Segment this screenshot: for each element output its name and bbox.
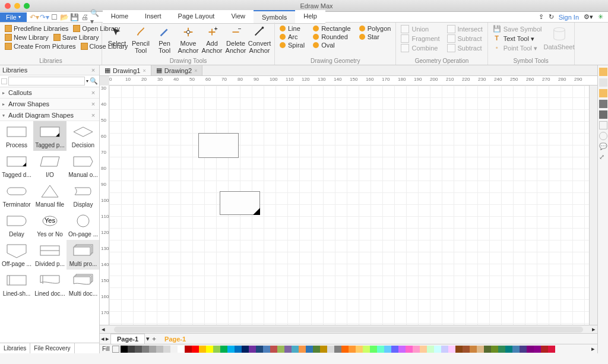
geometry-spiral[interactable]: Spiral: [278, 42, 306, 49]
add-page-icon[interactable]: ＋: [151, 334, 157, 343]
file-menu[interactable]: File: [0, 12, 27, 22]
color-swatch[interactable]: [263, 346, 270, 353]
color-swatch[interactable]: [377, 346, 384, 353]
pen-tool-button[interactable]: PenTool: [153, 24, 176, 54]
color-swatch[interactable]: [156, 346, 163, 353]
tab-nav-right-icon[interactable]: ▸: [106, 335, 109, 343]
convert-anchor-button[interactable]: ConvertAnchor: [248, 24, 271, 54]
no-fill-icon[interactable]: [112, 346, 119, 353]
help-icon[interactable]: ✳: [598, 13, 603, 21]
library-action[interactable]: New Library: [4, 33, 50, 42]
select-button[interactable]: Select: [106, 24, 128, 54]
close-icon[interactable]: ×: [90, 112, 97, 119]
shape-i/o[interactable]: I/O: [33, 151, 66, 181]
color-swatch[interactable]: [434, 346, 441, 353]
color-swatch[interactable]: [349, 346, 356, 353]
color-swatch[interactable]: [235, 346, 242, 353]
shape-manual-o---[interactable]: Manual o...: [66, 151, 99, 181]
pencil-tool-button[interactable]: PencilTool: [129, 24, 152, 54]
color-swatch[interactable]: [142, 346, 149, 353]
panel-icon[interactable]: [599, 89, 607, 97]
color-swatch[interactable]: [370, 346, 377, 353]
color-swatch[interactable]: [470, 346, 477, 353]
color-swatch[interactable]: [292, 346, 299, 353]
shape-display[interactable]: Display: [66, 181, 99, 210]
scroll-left-icon[interactable]: ◂: [100, 325, 107, 333]
color-swatch[interactable]: [149, 346, 156, 353]
operation-subtract[interactable]: Subtract: [446, 44, 484, 52]
operation-union[interactable]: Union: [400, 25, 441, 33]
page-tab[interactable]: Page-1: [159, 334, 192, 344]
more-colors-icon[interactable]: ▸: [589, 345, 597, 353]
shape-lined-doc---[interactable]: Lined doc...: [33, 270, 66, 299]
footer-file-recovery[interactable]: File Recovery: [30, 343, 74, 353]
category-arrow-shapes[interactable]: ▸Arrow Shapes×: [0, 99, 99, 110]
color-swatch[interactable]: [249, 346, 256, 353]
canvas-shape-process[interactable]: [198, 133, 239, 158]
color-swatch[interactable]: [548, 346, 555, 353]
shape-yes-or-no[interactable]: YesYes or No: [33, 210, 66, 240]
color-swatch[interactable]: [270, 346, 277, 353]
color-swatch[interactable]: [341, 346, 349, 353]
document-tab[interactable]: ▦Drawing2×: [151, 65, 203, 75]
search-input[interactable]: [8, 77, 85, 86]
color-swatch[interactable]: [242, 346, 249, 353]
color-swatch[interactable]: [334, 346, 341, 353]
redo-icon[interactable]: ↷▾: [40, 13, 49, 21]
geometry-polygon[interactable]: Polygon: [358, 25, 392, 32]
shape-tagged-p---[interactable]: Tagged p...: [33, 121, 66, 151]
color-swatch[interactable]: [213, 346, 220, 353]
operation-intersect[interactable]: Intersect: [446, 25, 484, 33]
geometry-oval[interactable]: Oval: [312, 42, 352, 49]
dropdown-icon[interactable]: ▾: [86, 78, 88, 84]
color-swatch[interactable]: [356, 346, 363, 353]
signin-link[interactable]: Sign In: [559, 14, 579, 21]
color-swatch[interactable]: [455, 346, 463, 353]
panel-icon[interactable]: [599, 132, 607, 140]
color-swatch[interactable]: [170, 346, 178, 353]
shape-on-page----[interactable]: On-page ...: [66, 210, 99, 240]
datasheet-button[interactable]: DataSheet: [548, 24, 571, 50]
geometry-arc[interactable]: Arc: [278, 33, 306, 40]
color-swatch[interactable]: [206, 346, 213, 353]
shape-tagged-d---[interactable]: Tagged d...: [0, 151, 33, 181]
color-swatch[interactable]: [541, 346, 548, 353]
expand-icon[interactable]: ⤢: [599, 153, 607, 162]
share-icon[interactable]: ⇪: [539, 13, 544, 21]
close-icon[interactable]: ×: [90, 67, 97, 74]
color-swatch[interactable]: [520, 346, 527, 353]
color-swatch[interactable]: [527, 346, 534, 353]
geometry-line[interactable]: Line: [278, 25, 306, 32]
color-swatch[interactable]: [192, 346, 199, 353]
tab-insert[interactable]: Insert: [137, 10, 170, 23]
color-swatch[interactable]: [128, 346, 135, 353]
color-swatch[interactable]: [420, 346, 427, 353]
operation-combine[interactable]: Combine: [400, 44, 441, 52]
canvas-shape-tagged[interactable]: [220, 191, 260, 215]
color-swatch[interactable]: [441, 346, 448, 353]
maximize-window-icon[interactable]: [24, 3, 30, 9]
shape-process[interactable]: Process: [0, 121, 33, 151]
color-swatch[interactable]: [227, 346, 235, 353]
color-swatch[interactable]: [413, 346, 420, 353]
panel-icon[interactable]: [599, 100, 607, 108]
shape-multi-pro---[interactable]: Multi pro...: [66, 240, 99, 270]
shape-decision[interactable]: Decision: [66, 121, 99, 151]
chat-icon[interactable]: 💬: [599, 143, 607, 151]
color-swatch[interactable]: [448, 346, 455, 353]
operation-subtract[interactable]: Subtract: [446, 34, 484, 43]
move-anchor-button[interactable]: MoveAnchor: [177, 24, 200, 54]
horizontal-scrollbar[interactable]: ◂ ▸: [100, 325, 597, 333]
search-icon[interactable]: 🔍: [90, 77, 98, 85]
shape-multi-doc---[interactable]: Multi doc...: [66, 270, 99, 299]
footer-libraries[interactable]: Libraries: [0, 343, 30, 353]
save-icon[interactable]: 💾: [71, 13, 79, 21]
add-anchor-button[interactable]: +AddAnchor: [201, 24, 223, 54]
document-tab[interactable]: ▦Drawing1×: [100, 65, 151, 75]
tab-nav-left-icon[interactable]: ◂: [101, 335, 104, 343]
color-swatch[interactable]: [220, 346, 227, 353]
geometry-rectangle[interactable]: Rectangle: [312, 25, 352, 32]
open-icon[interactable]: 📂: [61, 13, 69, 21]
color-swatch[interactable]: [313, 346, 320, 353]
undo-icon[interactable]: ↶▾: [30, 13, 39, 21]
